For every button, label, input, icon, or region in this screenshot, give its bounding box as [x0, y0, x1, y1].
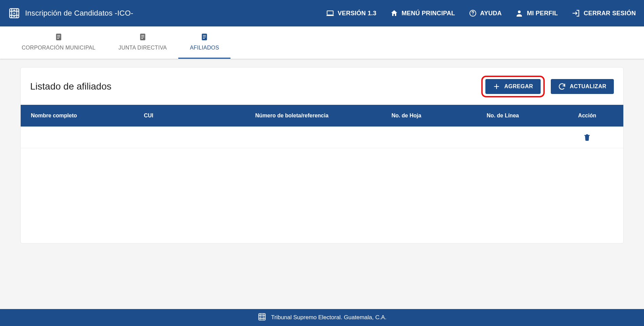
tab-junta-directiva[interactable]: JUNTA DIRECTIVA [107, 26, 179, 59]
svg-rect-6 [57, 35, 60, 36]
logout-icon [571, 9, 580, 18]
svg-rect-14 [203, 35, 206, 36]
refresh-icon [558, 83, 566, 90]
nav-menu-principal[interactable]: MENÚ PRINCIPAL [390, 9, 455, 17]
nav-mi-perfil[interactable]: MI PERFIL [515, 9, 558, 17]
agregar-highlight: AGREGAR [481, 76, 545, 97]
svg-rect-8 [57, 38, 59, 39]
tab-afiliados[interactable]: AFILIADOS [178, 26, 230, 59]
topbar: Inscripción de Candidatos -ICO- VERSIÓN … [0, 0, 644, 26]
svg-rect-1 [327, 11, 333, 15]
td-linea [455, 134, 551, 141]
nav-menu-principal-label: MENÚ PRINCIPAL [402, 10, 455, 17]
svg-rect-12 [141, 38, 143, 39]
tab-corporacion-label: CORPORACIÓN MUNICIPAL [22, 45, 96, 51]
svg-rect-7 [57, 37, 60, 37]
td-accion [551, 128, 623, 147]
topbar-nav: VERSIÓN 1.3 MENÚ PRINCIPAL AYUDA MI PERF… [326, 9, 636, 18]
afiliados-card: Listado de afiliados AGREGAR ACTUALIZAR [20, 67, 624, 244]
th-hoja: No. de Hoja [358, 109, 455, 123]
nav-ayuda[interactable]: AYUDA [469, 9, 502, 17]
trash-icon [583, 133, 591, 141]
td-boleta [226, 134, 358, 141]
actualizar-label: ACTUALIZAR [570, 83, 606, 90]
card-header: Listado de afiliados AGREGAR ACTUALIZAR [21, 68, 623, 105]
td-hoja [358, 134, 455, 141]
svg-rect-10 [141, 35, 144, 36]
nav-version-label: VERSIÓN 1.3 [338, 10, 376, 17]
nav-ayuda-label: AYUDA [480, 10, 502, 17]
laptop-icon [326, 9, 334, 17]
th-nombre: Nombre completo [21, 109, 141, 123]
agregar-label: AGREGAR [504, 83, 533, 90]
td-cui [141, 134, 226, 141]
delete-button[interactable] [581, 131, 593, 143]
td-nombre [21, 134, 141, 141]
nav-mi-perfil-label: MI PERFIL [527, 10, 558, 17]
th-boleta: Número de boleta/referencia [226, 109, 358, 123]
table-row [21, 127, 623, 148]
card-title: Listado de afiliados [30, 81, 112, 92]
th-linea: No. de Línea [455, 109, 551, 123]
content-area: Listado de afiliados AGREGAR ACTUALIZAR [0, 59, 644, 244]
tab-afiliados-label: AFILIADOS [190, 45, 219, 51]
document-icon [200, 33, 209, 41]
th-accion: Acción [551, 109, 623, 123]
svg-point-3 [472, 15, 473, 15]
topbar-left: Inscripción de Candidatos -ICO- [8, 7, 133, 19]
agregar-button[interactable]: AGREGAR [485, 79, 541, 94]
svg-rect-11 [141, 37, 144, 37]
app-title: Inscripción de Candidatos -ICO- [25, 9, 133, 18]
tab-corporacion-municipal[interactable]: CORPORACIÓN MUNICIPAL [10, 26, 107, 59]
svg-rect-15 [203, 37, 206, 37]
card-actions: AGREGAR ACTUALIZAR [481, 76, 614, 97]
th-cui: CUI [141, 109, 226, 123]
tab-junta-label: JUNTA DIRECTIVA [119, 45, 167, 51]
nav-version[interactable]: VERSIÓN 1.3 [326, 9, 376, 17]
person-icon [515, 9, 523, 17]
nav-cerrar-sesion[interactable]: CERRAR SESIÓN [571, 9, 636, 18]
tse-logo-icon [8, 7, 20, 19]
tabs-bar: CORPORACIÓN MUNICIPAL JUNTA DIRECTIVA AF… [0, 26, 644, 59]
actualizar-button[interactable]: ACTUALIZAR [551, 79, 614, 94]
home-icon [390, 9, 398, 17]
svg-rect-16 [203, 38, 205, 39]
help-icon [469, 9, 477, 17]
svg-point-4 [518, 11, 521, 13]
document-icon [54, 33, 63, 41]
plus-icon [493, 83, 500, 90]
table-header-row: Nombre completo CUI Número de boleta/ref… [21, 105, 623, 127]
nav-cerrar-sesion-label: CERRAR SESIÓN [584, 10, 636, 17]
document-icon [138, 33, 147, 41]
